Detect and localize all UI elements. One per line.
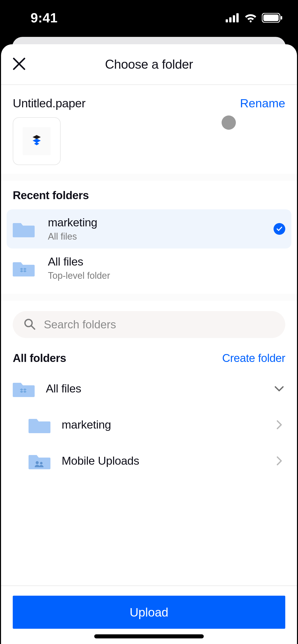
status-time: 9:41 [31, 10, 58, 25]
svg-marker-8 [33, 139, 41, 143]
modal-header: Choose a folder [1, 44, 297, 85]
svg-marker-9 [34, 142, 39, 145]
dropbox-folder-icon [13, 257, 35, 279]
tree-row[interactable]: All files [13, 371, 285, 407]
tree-row-label: All files [46, 382, 262, 395]
tree-row-label: Mobile Uploads [62, 454, 262, 467]
home-indicator[interactable] [94, 634, 204, 638]
svg-rect-5 [263, 14, 279, 21]
file-section: Untitled.paper Rename [1, 85, 297, 174]
close-icon [12, 68, 26, 72]
create-folder-button[interactable]: Create folder [222, 352, 285, 364]
file-thumbnail[interactable] [13, 117, 61, 165]
bottom-bar: Upload [1, 586, 297, 644]
svg-point-21 [40, 462, 43, 464]
chevron-down-icon[interactable] [273, 383, 285, 395]
chevron-right-icon[interactable] [273, 455, 285, 467]
recent-folders-section: Recent folders marketing All files [1, 181, 297, 294]
svg-rect-2 [233, 15, 235, 22]
recent-folder-item[interactable]: All files Top-level folder [7, 248, 291, 288]
recent-folder-name: marketing [48, 216, 274, 229]
wifi-icon [244, 13, 257, 23]
upload-button[interactable]: Upload [13, 596, 285, 629]
upload-button-label: Upload [130, 605, 168, 619]
svg-line-15 [31, 326, 35, 329]
chevron-right-icon[interactable] [273, 419, 285, 431]
search-input[interactable] [44, 318, 275, 331]
section-divider [1, 294, 297, 301]
search-bar[interactable] [13, 311, 285, 338]
shared-folder-icon [29, 450, 50, 472]
close-button[interactable] [12, 56, 26, 72]
search-section [1, 301, 297, 341]
tree-row[interactable]: Mobile Uploads [13, 443, 285, 479]
status-bar: 9:41 [0, 0, 298, 36]
svg-rect-3 [236, 13, 239, 22]
folder-icon [29, 414, 50, 436]
svg-point-20 [36, 461, 39, 464]
recent-folder-sub: All files [48, 231, 274, 242]
recent-folders-heading: Recent folders [1, 189, 297, 209]
recent-folder-name: All files [48, 255, 285, 268]
decorative-dot [222, 115, 236, 130]
svg-marker-7 [33, 135, 41, 139]
svg-rect-1 [229, 17, 232, 22]
tree-row[interactable]: marketing [13, 407, 285, 443]
all-folders-header: All folders Create folder [1, 341, 297, 371]
recent-folder-item[interactable]: marketing All files [7, 209, 291, 248]
dropbox-folder-icon [13, 378, 35, 400]
recent-folder-sub: Top-level folder [48, 270, 285, 281]
filename-label: Untitled.paper [13, 96, 86, 110]
tree-row-label: marketing [62, 418, 262, 431]
rename-button[interactable]: Rename [240, 96, 285, 110]
section-divider [1, 174, 297, 181]
folder-icon [13, 218, 35, 240]
status-right-icons [226, 13, 283, 23]
search-icon [23, 318, 36, 331]
choose-folder-modal: Choose a folder Untitled.paper Rename Re… [1, 44, 297, 644]
battery-icon [262, 13, 283, 23]
cellular-icon [226, 13, 239, 22]
modal-title: Choose a folder [105, 57, 193, 72]
all-folders-heading: All folders [13, 352, 66, 364]
svg-rect-6 [281, 16, 282, 20]
paper-doc-icon [23, 127, 51, 155]
svg-rect-0 [226, 19, 228, 22]
selected-check-icon [274, 223, 285, 235]
folder-tree: All files marketing [1, 371, 297, 479]
